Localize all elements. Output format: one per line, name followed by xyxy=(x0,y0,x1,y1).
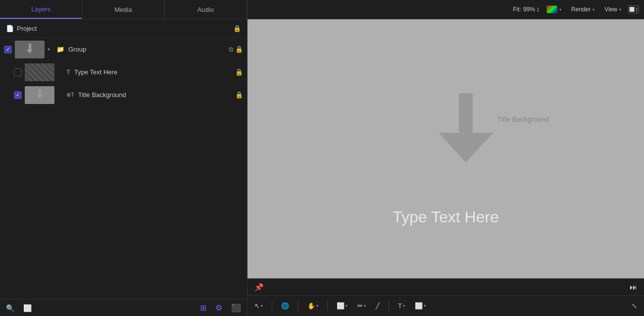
color-chevron: ▾ xyxy=(559,7,561,12)
rectangle-tool[interactable]: ⬜ ▾ xyxy=(334,301,350,311)
fit-control[interactable]: Fit: 99% ▲▼ xyxy=(513,6,540,13)
shape-tool[interactable]: ⬜ ▾ xyxy=(412,301,429,311)
fit-stepper[interactable]: ▲▼ xyxy=(537,6,540,12)
text-tool-icon: T xyxy=(398,302,402,310)
main-area: 📄 Project 🔒 ▾ 📁 Group ⧉ xyxy=(0,19,644,316)
canvas-tools-toolbar: ↖ ▾ 🌐 ✋ ▾ ⬜ ▾ ✏ ▾ xyxy=(248,295,644,316)
thumb-arrow-title-bg xyxy=(35,89,45,101)
pointer-tool[interactable]: ↖ ▾ xyxy=(251,301,266,311)
tab-layers[interactable]: Layers xyxy=(0,0,82,19)
text-layer-icon: T xyxy=(66,68,70,76)
globe-icon: 🌐 xyxy=(281,302,289,310)
layer-thumbnail-group xyxy=(15,41,45,58)
canvas-area: Title Background Type Text Here 📌 ⏭ ↖ ▾ xyxy=(248,19,644,316)
window-expand-btn[interactable]: ⬜ ▲▼ xyxy=(628,5,639,13)
canvas-bottom-toolbar: 📌 ⏭ xyxy=(248,278,644,295)
window-btn-area: ⬜ ▲▼ xyxy=(628,5,639,13)
layer-item-group[interactable]: ▾ 📁 Group ⧉ 🔒 xyxy=(0,38,247,61)
grid-btn[interactable]: ⊞ xyxy=(198,302,208,314)
layer-item-type-text[interactable]: T Type Text Here 🔒 xyxy=(0,61,247,84)
layer-list: ▾ 📁 Group ⧉ 🔒 T Type Text Here 🔒 xyxy=(0,38,247,299)
shape-chevron: ▾ xyxy=(424,304,426,308)
pointer-icon: ↖ xyxy=(254,302,260,310)
left-panel: 📄 Project 🔒 ▾ 📁 Group ⧉ xyxy=(0,19,248,316)
thumb-arrow-group xyxy=(25,44,35,55)
globe-tool[interactable]: 🌐 xyxy=(278,301,292,311)
hand-icon: ✋ xyxy=(307,302,315,310)
layer-actions-group: ⧉ 🔒 xyxy=(229,46,243,53)
left-bottom-right: ⊞ ⚙ ⬛ xyxy=(198,302,243,314)
window-stepper[interactable]: ▲▼ xyxy=(635,6,638,12)
tab-media[interactable]: Media xyxy=(82,0,164,19)
top-right-controls: Fit: 99% ▲▼ ▾ Render ▾ View ▾ ⬜ ▲▼ xyxy=(248,0,644,19)
pen-icon: ✏ xyxy=(357,302,363,310)
left-bottom-toolbar: 🔍 ⬜ ⊞ ⚙ ⬛ xyxy=(0,299,247,316)
sep4 xyxy=(389,301,389,311)
canvas-arrow-graphic xyxy=(439,93,493,162)
rect-icon: ⬜ xyxy=(337,302,345,310)
layer-actions-title-bg: 🔒 xyxy=(235,91,243,99)
text-tool-chevron: ▾ xyxy=(403,304,405,308)
sep3 xyxy=(327,301,328,311)
view-chevron: ▾ xyxy=(619,7,621,12)
sep1 xyxy=(272,301,272,311)
canvas-inner: Title Background Type Text Here xyxy=(248,19,644,278)
timeline-btn[interactable]: ⬜ xyxy=(21,303,34,313)
layer-checkbox-title-bg[interactable] xyxy=(14,91,22,99)
type-text-lock-icon[interactable]: 🔒 xyxy=(235,68,243,76)
project-file-icon: 📄 xyxy=(6,25,14,32)
layer-checkbox-type-text[interactable] xyxy=(14,68,22,76)
search-btn[interactable]: 🔍 xyxy=(4,303,16,313)
expand-icon: ⤡ xyxy=(632,302,637,310)
project-lock-icon[interactable]: 🔒 xyxy=(233,25,241,32)
color-swatch-control[interactable]: ▾ xyxy=(544,4,564,14)
line-tool[interactable]: ╱ xyxy=(373,301,383,311)
settings-btn[interactable]: ⚙ xyxy=(213,302,224,314)
pen-chevron: ▾ xyxy=(364,304,366,308)
group-folder-icon: 📁 xyxy=(56,46,64,53)
tabs-left: Layers Media Audio xyxy=(0,0,248,19)
text-tool[interactable]: T ▾ xyxy=(395,301,408,311)
render-chevron: ▾ xyxy=(593,7,594,12)
line-icon: ╱ xyxy=(376,302,380,310)
export-btn[interactable]: ⬛ xyxy=(229,302,243,314)
layer-checkbox-group[interactable] xyxy=(4,46,12,53)
layer-thumbnail-type-text xyxy=(25,63,54,81)
skip-end-btn[interactable]: ⏭ xyxy=(627,282,640,292)
layer-item-title-bg[interactable]: ⊕T Title Background 🔒 xyxy=(0,84,247,106)
expand-btn[interactable]: ⤡ xyxy=(629,301,640,311)
pointer-chevron: ▾ xyxy=(261,304,263,308)
title-bg-lock-icon[interactable]: 🔒 xyxy=(235,91,243,99)
shape-icon: ⬜ xyxy=(415,302,423,310)
canvas-arrow-stem xyxy=(459,93,473,133)
view-control[interactable]: View ▾ xyxy=(601,5,624,14)
canvas-text-placeholder: Type Text Here xyxy=(393,208,499,226)
canvas-arrow-head xyxy=(439,133,493,162)
top-bar: Layers Media Audio Fit: 99% ▲▼ ▾ Render … xyxy=(0,0,644,19)
layer-expand-group[interactable]: ▾ xyxy=(48,47,53,52)
layer-actions-type-text: 🔒 xyxy=(235,68,243,76)
project-title: 📄 Project xyxy=(6,25,37,32)
canvas-title-bg-label: Title Background xyxy=(497,115,549,123)
hand-chevron: ▾ xyxy=(316,304,318,308)
title-bg-layer-icon: ⊕T xyxy=(66,92,74,98)
tab-audio[interactable]: Audio xyxy=(165,0,247,19)
render-control[interactable]: Render ▾ xyxy=(568,5,597,14)
hand-tool[interactable]: ✋ ▾ xyxy=(304,301,321,311)
layer-thumbnail-title-bg xyxy=(25,86,54,104)
group-copy-icon[interactable]: ⧉ xyxy=(229,46,233,53)
sep2 xyxy=(298,301,298,311)
rect-chevron: ▾ xyxy=(346,304,347,308)
canvas-frame: Title Background Type Text Here xyxy=(248,19,644,278)
group-lock-icon[interactable]: 🔒 xyxy=(235,46,243,53)
pen-tool[interactable]: ✏ ▾ xyxy=(354,301,369,311)
color-swatch xyxy=(546,5,557,13)
project-header: 📄 Project 🔒 xyxy=(0,19,247,38)
pin-btn[interactable]: 📌 xyxy=(251,282,267,293)
